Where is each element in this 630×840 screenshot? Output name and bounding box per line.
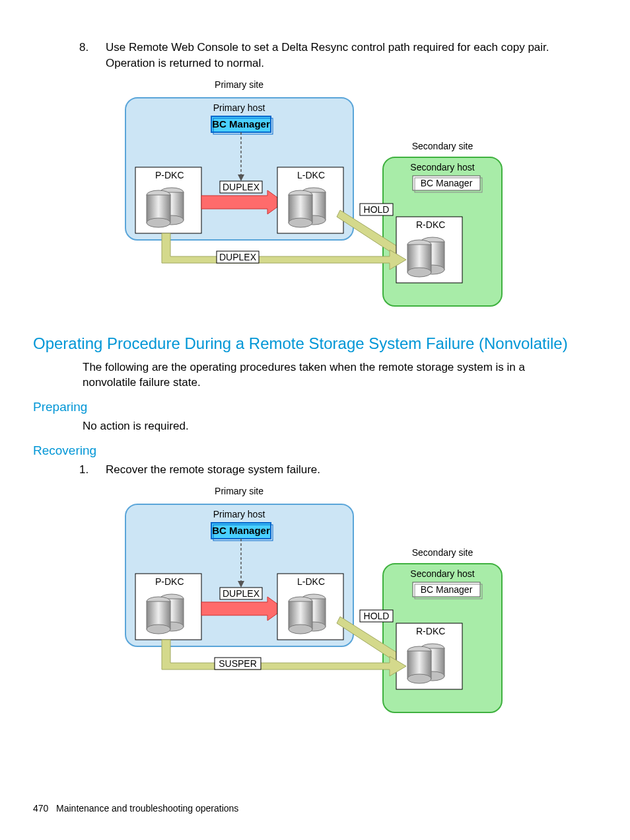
heading-operating-procedure: Operating Procedure During a Remote Stor… [33,334,597,353]
label-duplex-1: DUPLEX [223,182,260,192]
cylinder-icon [147,594,184,634]
heading-preparing: Preparing [33,400,597,414]
label-rdkc: R-DKC [416,626,445,636]
label-duplex-1: DUPLEX [223,588,260,599]
label-bc-manager-1: BC Manager [212,525,270,536]
svg-point-57 [289,625,312,634]
svg-point-66 [407,674,431,683]
label-hold: HOLD [364,611,390,621]
label-hold: HOLD [364,204,390,215]
heading-recovering: Recovering [33,443,597,458]
label-ldkc: L-DKC [297,576,325,587]
svg-point-23 [289,218,312,227]
cylinder-icon [147,188,184,227]
list-item-recover-1: 1. Recover the remote storage system fai… [79,462,597,478]
label-bottom-state-1: DUPLEX [219,252,257,262]
label-ldkc: L-DKC [297,170,325,180]
label-rdkc: R-DKC [416,219,445,230]
page-number: 470 [33,803,48,814]
label-bc-manager-1: BC Manager [212,118,270,130]
list-text: Use Remote Web Console to set a Delta Re… [106,40,597,71]
cylinder-icon [407,644,444,683]
label-pdkc: P-DKC [155,170,184,180]
intro-text: The following are the operating procedur… [83,360,571,391]
list-number: 1. [79,462,106,478]
cylinder-icon [289,594,326,634]
label-secondary-host: Secondary host [410,162,474,172]
label-pdkc: P-DKC [155,576,184,587]
label-bc-manager-2: BC Manager [421,584,473,595]
list-text: Recover the remote storage system failur… [106,462,597,478]
svg-point-32 [407,268,431,277]
label-primary-site: Primary site [215,79,263,90]
label-primary-host: Primary host [213,509,265,519]
list-item-8: 8. Use Remote Web Console to set a Delta… [79,40,597,71]
list-number: 8. [79,40,106,71]
label-secondary-site: Secondary site [412,547,473,558]
page-footer: 470 Maintenance and troubleshooting oper… [33,803,238,814]
label-bc-manager-2: BC Manager [421,178,473,188]
footer-title: Maintenance and troubleshooting operatio… [56,803,238,814]
cylinder-icon [289,188,326,227]
label-bottom-state-2: SUSPER [219,658,257,669]
label-secondary-site: Secondary site [412,141,473,151]
label-primary-site: Primary site [215,486,263,496]
diagram-1: Primary site Primary host BC Manager DUP… [112,78,508,316]
diagram-2: Primary site Primary host BC Manager DUP… [112,484,508,722]
preparing-text: No action is required. [83,418,571,434]
cylinder-icon [407,237,444,277]
svg-point-15 [147,218,170,227]
svg-point-49 [147,625,170,634]
label-secondary-host: Secondary host [410,568,474,579]
label-primary-host: Primary host [213,102,265,113]
